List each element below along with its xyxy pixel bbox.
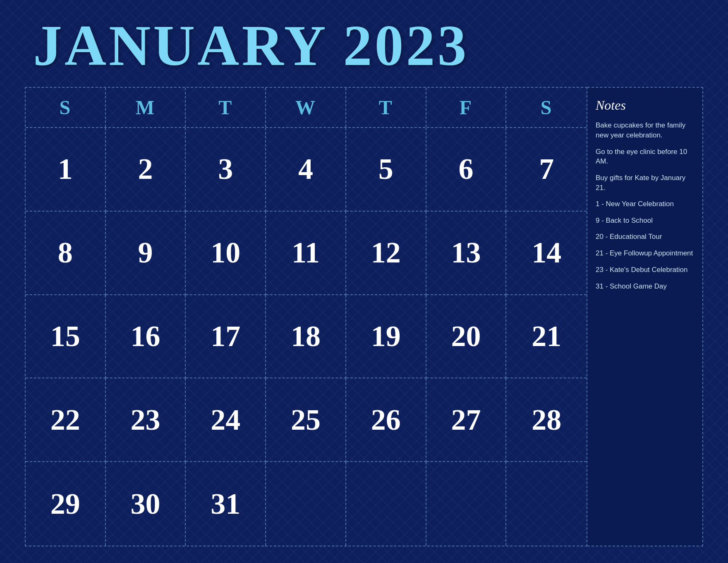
calendar-cell-25: 25 xyxy=(266,378,346,462)
calendar-cell-8: 8 xyxy=(26,212,106,295)
calendar-cell-22: 22 xyxy=(26,378,106,462)
header-saturday: S xyxy=(506,88,587,127)
calendar-cell-13: 13 xyxy=(426,212,507,295)
calendar-cell-empty-1 xyxy=(266,462,346,546)
calendar-grid: 1 2 3 4 5 6 7 8 9 10 11 12 13 14 15 16 1… xyxy=(26,128,587,546)
calendar-cell-19: 19 xyxy=(346,295,426,379)
calendar-cell-15: 15 xyxy=(26,295,106,379)
calendar-cell-6: 6 xyxy=(426,128,507,212)
note-event-1: 1 - New Year Celebration xyxy=(596,199,694,209)
calendar-cell-28: 28 xyxy=(506,378,587,462)
calendar-cell-29: 29 xyxy=(26,462,106,546)
calendar-cell-31: 31 xyxy=(186,462,266,546)
calendar-cell-3: 3 xyxy=(186,128,266,212)
notes-title: Notes xyxy=(596,98,694,113)
calendar-cell-empty-4 xyxy=(506,462,587,546)
note-event-4: 21 - Eye Followup Appointment xyxy=(596,248,694,258)
note-item-1: Bake cupcakes for the family new year ce… xyxy=(596,120,694,140)
calendar-cell-5: 5 xyxy=(346,128,426,212)
note-event-6: 31 - School Game Day xyxy=(596,282,694,291)
header-friday: F xyxy=(426,88,507,127)
header-sunday: S xyxy=(26,88,106,127)
header-tuesday: T xyxy=(186,88,266,127)
calendar-cell-empty-2 xyxy=(346,462,426,546)
day-headers: S M T W T F S xyxy=(26,88,587,128)
calendar-cell-10: 10 xyxy=(186,212,266,295)
calendar-cell-18: 18 xyxy=(266,295,346,379)
calendar-cell-17: 17 xyxy=(186,295,266,379)
calendar-cell-4: 4 xyxy=(266,128,346,212)
header-monday: M xyxy=(106,88,186,127)
calendar-cell-14: 14 xyxy=(506,212,587,295)
calendar-cell-empty-3 xyxy=(426,462,507,546)
notes-area: Notes Bake cupcakes for the family new y… xyxy=(587,87,703,546)
calendar-cell-24: 24 xyxy=(186,378,266,462)
header-wednesday: W xyxy=(266,88,346,127)
calendar-cell-9: 9 xyxy=(106,212,186,295)
calendar-cell-20: 20 xyxy=(426,295,507,379)
calendar-cell-26: 26 xyxy=(346,378,426,462)
calendar-cell-11: 11 xyxy=(266,212,346,295)
calendar-cell-27: 27 xyxy=(426,378,507,462)
calendar-area: S M T W T F S 1 2 3 4 5 6 7 8 9 10 11 12… xyxy=(25,87,587,546)
note-item-2: Go to the eye clinic before 10 AM. xyxy=(596,147,694,167)
calendar-cell-12: 12 xyxy=(346,212,426,295)
calendar-cell-2: 2 xyxy=(106,128,186,212)
page-title: JANUARY 2023 xyxy=(33,17,469,75)
calendar-cell-21: 21 xyxy=(506,295,587,379)
calendar-cell-1: 1 xyxy=(26,128,106,212)
header-thursday: T xyxy=(346,88,426,127)
main-content: S M T W T F S 1 2 3 4 5 6 7 8 9 10 11 12… xyxy=(25,87,703,546)
note-event-2: 9 - Back to School xyxy=(596,216,694,226)
note-event-3: 20 - Educational Tour xyxy=(596,232,694,242)
calendar-cell-16: 16 xyxy=(106,295,186,379)
note-item-3: Buy gifts for Kate by January 21. xyxy=(596,173,694,193)
calendar-cell-7: 7 xyxy=(506,128,587,212)
note-event-5: 23 - Kate's Debut Celebration xyxy=(596,265,694,275)
notes-divider xyxy=(596,196,694,197)
calendar-cell-30: 30 xyxy=(106,462,186,546)
calendar-cell-23: 23 xyxy=(106,378,186,462)
